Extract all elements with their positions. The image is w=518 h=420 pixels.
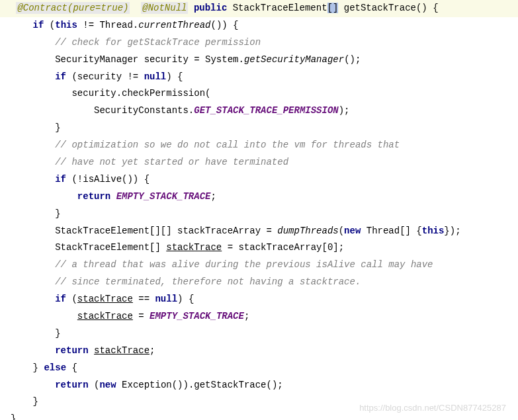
comment: // check for getStackTrace permission: [55, 37, 261, 48]
code-line: // check for getStackTrace permission: [0, 34, 518, 52]
eq-sta0: = stackTraceArray[0];: [222, 242, 344, 253]
kw-return: return: [55, 380, 88, 390]
kw-this: this: [422, 226, 445, 236]
code-line: } else {: [0, 360, 518, 377]
sm-type: SecurityManager: [55, 54, 138, 65]
kw-if: if: [55, 174, 66, 185]
thread-arr: Thread[] {: [361, 226, 421, 236]
close: });: [444, 226, 460, 236]
method-name: getStackTrace: [344, 3, 416, 13]
cond: (security !=: [66, 71, 144, 82]
empty-st: EMPTY_STACK_TRACE: [116, 191, 211, 202]
watermark: https://blog.csdn.net/CSDN877425287: [359, 400, 506, 416]
cond: (!isAlive()) {: [66, 174, 150, 185]
code-line: stackTrace = EMPTY_STACK_TRACE;: [0, 308, 518, 325]
kw-else: else: [44, 362, 66, 373]
st-var: stackTrace: [77, 311, 133, 321]
comment: // since terminated, therefore not havin…: [55, 276, 361, 287]
code-line: // a thread that was alive during the pr…: [0, 257, 518, 274]
kw-if: if: [55, 71, 66, 82]
sig-end: () {: [416, 3, 439, 13]
code-line: if (!isAlive()) {: [0, 171, 518, 189]
comment: // a thread that was alive during the pr…: [55, 259, 433, 270]
comment: // optimization so we do not call into t…: [55, 140, 400, 150]
get-sm: getSecurityManager: [244, 54, 344, 65]
kw-null: null: [144, 71, 167, 82]
code-line: // since terminated, therefore not havin…: [0, 274, 518, 291]
ste-1d: StackTraceElement[]: [55, 242, 166, 253]
code-line: StackTraceElement[][] stackTraceArray = …: [0, 223, 518, 240]
kw-new: new: [99, 380, 116, 390]
empty-st: EMPTY_STACK_TRACE: [150, 311, 244, 321]
st-var: stackTrace: [166, 242, 222, 253]
array-brackets: []: [327, 3, 339, 13]
close: );: [339, 105, 350, 116]
code-line: }: [0, 206, 518, 223]
code-line: }: [0, 325, 518, 343]
code-line: if (this != Thread.currentThread()) {: [0, 17, 518, 34]
code-line: return (new Exception()).getStackTrace()…: [0, 377, 518, 394]
kw-return: return: [55, 345, 88, 356]
code-line: if (stackTrace == null) {: [0, 291, 518, 308]
kw-return: return: [77, 191, 110, 202]
code-line: StackTraceElement[] stackTrace = stackTr…: [0, 239, 518, 257]
ste-2d: StackTraceElement[][] stackTraceArray =: [55, 226, 277, 236]
eq-null: ==: [133, 294, 155, 304]
kw-this: this: [55, 20, 77, 30]
check-perm: security.checkPermission(: [71, 88, 210, 99]
code-line: SecurityManager security = System.getSec…: [0, 52, 518, 69]
st-var: stackTrace: [77, 294, 133, 304]
code-line: SecurityConstants.GET_STACK_TRACE_PERMIS…: [0, 103, 518, 120]
code-editor[interactable]: @Contract(pure=true) @NotNull public Sta…: [0, 0, 518, 420]
kw-new: new: [344, 226, 361, 236]
return-type: StackTraceElement: [233, 3, 327, 13]
code-line: return EMPTY_STACK_TRACE;: [0, 189, 518, 206]
kw-null: null: [155, 294, 177, 304]
code-line: // have not yet started or have terminat…: [0, 154, 518, 171]
current-thread: currentThread: [138, 20, 210, 30]
sm-var: security = System.: [138, 54, 244, 65]
annotation-contract: @Contract(pure=true): [16, 2, 130, 14]
dump-threads: dumpThreads: [277, 226, 338, 236]
kw-public: public: [194, 3, 227, 13]
code-line: return stackTrace;: [0, 343, 518, 360]
code-line: if (security != null) {: [0, 69, 518, 86]
gstp-const: GET_STACK_TRACE_PERMISSION: [194, 105, 338, 116]
code-line: security.checkPermission(: [0, 85, 518, 103]
kw-if: if: [55, 294, 66, 304]
annotation-notnull: @NotNull: [141, 2, 188, 14]
exc-new: Exception()).getStackTrace();: [116, 380, 283, 390]
code-line: @Contract(pure=true) @NotNull public Sta…: [0, 0, 518, 17]
code-line: }: [0, 120, 518, 137]
st-var: stackTrace: [94, 345, 150, 356]
eq: =: [133, 311, 150, 321]
sec-const: SecurityConstants.: [94, 105, 194, 116]
kw-if: if: [33, 20, 44, 30]
thread-class: Thread.: [99, 20, 138, 30]
comment: // have not yet started or have terminat…: [55, 157, 288, 167]
code-line: // optimization so we do not call into t…: [0, 137, 518, 154]
